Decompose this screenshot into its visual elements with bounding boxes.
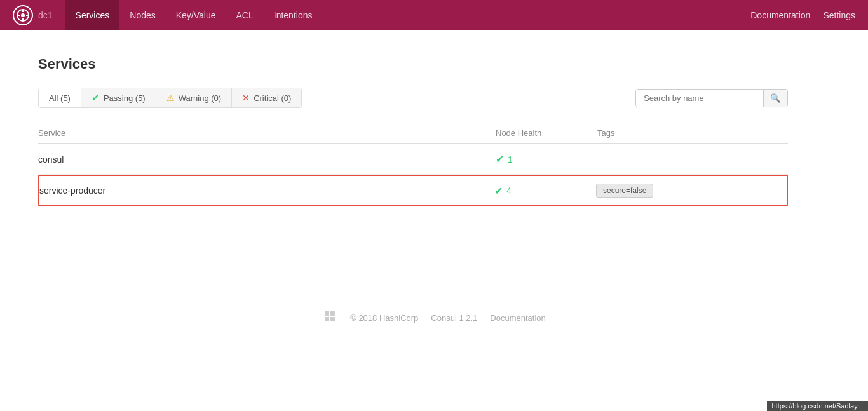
footer-documentation[interactable]: Documentation bbox=[490, 313, 545, 323]
health-count: 1 bbox=[508, 154, 513, 165]
filter-bar: All (5) ✔ Passing (5) ⚠ Warning (0) ✕ Cr… bbox=[38, 88, 788, 108]
filter-warning-label: Warning (0) bbox=[179, 93, 221, 103]
filter-passing-label: Passing (5) bbox=[104, 93, 146, 103]
search-input[interactable] bbox=[636, 90, 763, 107]
search-box: 🔍 bbox=[635, 89, 788, 107]
filter-passing[interactable]: ✔ Passing (5) bbox=[81, 88, 156, 107]
nav-intentions[interactable]: Intentions bbox=[264, 0, 323, 30]
filter-all-label: All (5) bbox=[49, 93, 71, 103]
main-content: Services All (5) ✔ Passing (5) ⚠ Warning… bbox=[0, 30, 826, 232]
svg-rect-9 bbox=[330, 317, 335, 321]
health-cell: ✔ 1 bbox=[496, 153, 597, 165]
svg-point-1 bbox=[21, 13, 25, 17]
filter-warning[interactable]: ⚠ Warning (0) bbox=[156, 88, 232, 107]
warning-icon: ⚠ bbox=[166, 93, 175, 103]
col-service: Service bbox=[38, 128, 496, 138]
nav-settings[interactable]: Settings bbox=[823, 10, 855, 20]
svg-rect-6 bbox=[325, 311, 329, 316]
col-node-health: Node Health bbox=[496, 128, 597, 138]
footer-version[interactable]: Consul 1.2.1 bbox=[431, 313, 477, 323]
health-check-icon: ✔ bbox=[496, 153, 504, 165]
nav-nodes[interactable]: Nodes bbox=[119, 0, 165, 30]
nav-acl[interactable]: ACL bbox=[226, 0, 264, 30]
table-header: Service Node Health Tags bbox=[38, 123, 788, 144]
hashicorp-logo bbox=[322, 309, 337, 327]
navbar-right: Documentation Settings bbox=[750, 10, 855, 20]
footer-links: © 2018 HashiCorp Consul 1.2.1 Documentat… bbox=[13, 309, 855, 327]
page-title: Services bbox=[38, 56, 788, 72]
app-logo bbox=[13, 5, 33, 25]
health-cell: ✔ 4 bbox=[494, 185, 596, 197]
critical-icon: ✕ bbox=[242, 93, 250, 103]
navbar-logo: dc1 bbox=[13, 5, 55, 25]
filter-buttons: All (5) ✔ Passing (5) ⚠ Warning (0) ✕ Cr… bbox=[38, 88, 302, 108]
search-button[interactable]: 🔍 bbox=[763, 90, 787, 107]
service-name: service-producer bbox=[39, 185, 494, 196]
service-name: consul bbox=[38, 154, 496, 165]
health-check-icon: ✔ bbox=[494, 185, 503, 197]
navbar: dc1 Services Nodes Key/Value ACL Intenti… bbox=[0, 0, 868, 30]
navbar-nav: Services Nodes Key/Value ACL Intentions bbox=[65, 0, 751, 30]
passing-icon: ✔ bbox=[92, 92, 100, 104]
filter-all[interactable]: All (5) bbox=[39, 88, 81, 107]
footer: © 2018 HashiCorp Consul 1.2.1 Documentat… bbox=[0, 283, 868, 353]
filter-critical[interactable]: ✕ Critical (0) bbox=[232, 88, 301, 107]
nav-documentation[interactable]: Documentation bbox=[750, 10, 810, 20]
svg-rect-8 bbox=[325, 317, 329, 321]
svg-rect-7 bbox=[330, 311, 335, 316]
table-row[interactable]: consul ✔ 1 bbox=[38, 144, 788, 175]
filter-critical-label: Critical (0) bbox=[254, 93, 291, 103]
col-tags: Tags bbox=[597, 128, 788, 138]
tags-cell: secure=false bbox=[596, 184, 787, 198]
search-icon: 🔍 bbox=[770, 93, 781, 103]
nav-services[interactable]: Services bbox=[65, 0, 120, 30]
health-count: 4 bbox=[506, 185, 512, 196]
dc-label: dc1 bbox=[38, 10, 53, 20]
nav-keyvalue[interactable]: Key/Value bbox=[166, 0, 226, 30]
tag-badge: secure=false bbox=[596, 184, 653, 198]
table-row[interactable]: service-producer ✔ 4 secure=false bbox=[38, 175, 788, 206]
footer-copyright: © 2018 HashiCorp bbox=[350, 313, 418, 323]
